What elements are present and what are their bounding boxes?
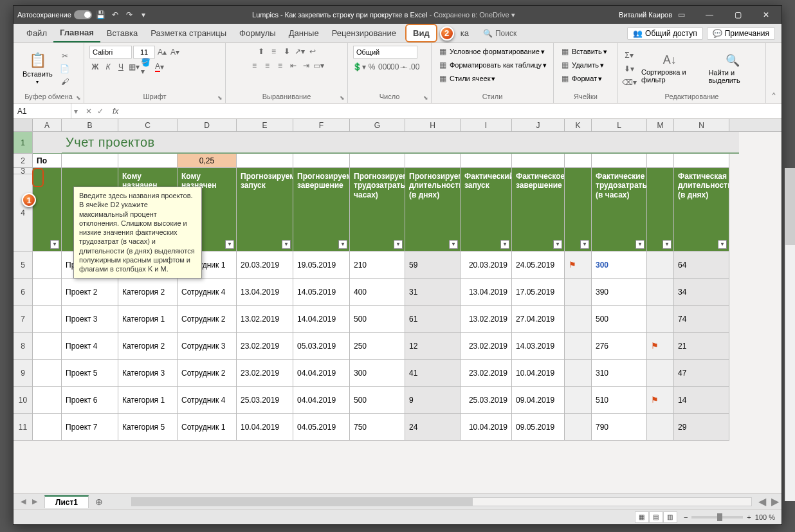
cell[interactable]: Проект 5 xyxy=(62,360,118,387)
row-header-7[interactable]: 7 xyxy=(14,306,33,333)
tab-view[interactable]: Вид xyxy=(405,24,437,42)
zoom-slider[interactable] xyxy=(691,516,743,518)
cell[interactable] xyxy=(647,279,674,306)
cell[interactable] xyxy=(33,360,62,387)
cell[interactable]: 23.02.2019 xyxy=(237,333,293,360)
cell[interactable] xyxy=(33,252,62,279)
cell[interactable] xyxy=(647,414,674,441)
cell[interactable]: 19.05.2019 xyxy=(293,252,350,279)
cell[interactable]: Проект 7 xyxy=(62,414,118,441)
cell[interactable] xyxy=(33,387,62,414)
cell[interactable]: 25.03.2019 xyxy=(461,387,512,414)
cell[interactable]: 500 xyxy=(350,306,405,333)
number-launcher-icon[interactable]: ⬊ xyxy=(423,95,428,101)
cell[interactable]: ▾ xyxy=(565,168,592,252)
font-size-select[interactable]: 11 xyxy=(133,46,155,59)
cell[interactable]: ⚑ xyxy=(565,252,592,279)
cell[interactable]: Фактическая длительность (в днях)▾ xyxy=(674,168,729,252)
cell[interactable] xyxy=(647,306,674,333)
cell[interactable]: 20.03.2019 xyxy=(461,252,512,279)
cell[interactable]: 05.03.2019 xyxy=(293,333,350,360)
col-A[interactable]: A xyxy=(33,119,62,131)
cell[interactable]: 300 xyxy=(592,252,647,279)
cell[interactable]: 10.04.2019 xyxy=(237,414,293,441)
cell[interactable]: 41 xyxy=(405,360,461,387)
cell[interactable]: 64 xyxy=(674,252,729,279)
hscroll-left-icon[interactable]: ◀ xyxy=(756,495,769,508)
align-right-icon[interactable]: ≡ xyxy=(275,60,286,71)
decrease-font-icon[interactable]: A▾ xyxy=(169,46,181,58)
decrease-indent-icon[interactable]: ⇤ xyxy=(288,60,299,71)
cell[interactable] xyxy=(565,306,592,333)
cell[interactable]: Категория 1 xyxy=(118,387,178,414)
cut-icon[interactable]: ✂ xyxy=(59,50,71,62)
select-all-corner[interactable] xyxy=(14,119,33,131)
col-G[interactable]: G xyxy=(350,119,405,131)
cell[interactable] xyxy=(33,306,62,333)
cell[interactable]: 24 xyxy=(405,414,461,441)
cell[interactable] xyxy=(33,414,62,441)
increase-font-icon[interactable]: A▴ xyxy=(156,46,168,58)
cell[interactable]: 59 xyxy=(405,252,461,279)
align-launcher-icon[interactable]: ⬊ xyxy=(340,95,345,101)
cell[interactable]: 750 xyxy=(350,414,405,441)
cell[interactable]: 31 xyxy=(405,279,461,306)
user-name[interactable]: Виталий Каиров xyxy=(619,11,672,19)
font-launcher-icon[interactable]: ⬊ xyxy=(217,95,223,101)
cell[interactable]: 14.05.2019 xyxy=(293,279,350,306)
delete-cells-button[interactable]: ▦Удалить ▾ xyxy=(559,59,604,71)
col-F[interactable]: F xyxy=(293,119,350,131)
cell[interactable]: 790 xyxy=(592,414,647,441)
cell[interactable]: Сотрудник 4 xyxy=(178,387,237,414)
tab-formulas[interactable]: Формулы xyxy=(233,24,282,42)
cell[interactable]: 23.02.2019 xyxy=(461,333,512,360)
row-header-9[interactable]: 9 xyxy=(14,360,33,387)
col-I[interactable]: I xyxy=(461,119,512,131)
percent-icon[interactable]: % xyxy=(366,61,378,73)
name-box[interactable]: A1 xyxy=(14,104,71,118)
cell[interactable]: Фактический запуск▾ xyxy=(461,168,512,252)
cell[interactable]: 29 xyxy=(674,414,729,441)
tab-nav-prev-icon[interactable]: ◀ xyxy=(17,497,29,506)
zoom-level[interactable]: 100 % xyxy=(755,513,775,521)
cell[interactable] xyxy=(237,154,293,168)
filter-dropdown-icon[interactable]: ▾ xyxy=(225,240,234,249)
fx-icon[interactable]: fx xyxy=(109,107,118,116)
wrap-text-icon[interactable]: ↩ xyxy=(307,46,318,57)
cell[interactable]: 13.04.2019 xyxy=(461,279,512,306)
decrease-decimal-icon[interactable]: ←.00 xyxy=(405,61,416,73)
filter-dropdown-icon[interactable]: ▾ xyxy=(282,240,291,249)
cell[interactable]: 34 xyxy=(674,279,729,306)
normal-view-icon[interactable]: ▦ xyxy=(635,511,649,523)
number-format-select[interactable]: Общий xyxy=(353,46,417,59)
col-B[interactable]: B xyxy=(62,119,118,131)
cell[interactable]: 390 xyxy=(592,279,647,306)
col-D[interactable]: D xyxy=(178,119,237,131)
cell[interactable]: 0,25 xyxy=(178,154,237,168)
row-header-1[interactable]: 1 xyxy=(14,132,33,154)
col-N[interactable]: N xyxy=(674,119,729,131)
cell[interactable] xyxy=(350,154,405,168)
filter-dropdown-icon[interactable]: ▾ xyxy=(449,240,458,249)
cell[interactable]: 04.04.2019 xyxy=(293,387,350,414)
cell[interactable] xyxy=(565,414,592,441)
align-left-icon[interactable]: ≡ xyxy=(249,60,260,71)
row-header-3[interactable]: 3 xyxy=(14,168,33,174)
cell[interactable]: 61 xyxy=(405,306,461,333)
filter-dropdown-icon[interactable]: ▾ xyxy=(662,240,672,249)
horizontal-scrollbar[interactable] xyxy=(131,497,752,506)
cell[interactable]: 23.02.2019 xyxy=(237,360,293,387)
cell[interactable] xyxy=(647,360,674,387)
clipboard-launcher-icon[interactable]: ⬊ xyxy=(76,95,81,101)
cell[interactable]: 276 xyxy=(592,333,647,360)
row-header-4[interactable]: 4 xyxy=(14,174,33,252)
cell[interactable] xyxy=(647,252,674,279)
align-center-icon[interactable]: ≡ xyxy=(262,60,273,71)
col-H[interactable]: H xyxy=(405,119,461,131)
cell[interactable]: 13.04.2019 xyxy=(237,279,293,306)
cell[interactable]: Прогнозируемый запуск▾ xyxy=(237,168,293,252)
conditional-format-button[interactable]: ▦Условное форматирование ▾ xyxy=(437,46,545,57)
cell[interactable]: 74 xyxy=(674,306,729,333)
format-painter-icon[interactable]: 🖌 xyxy=(59,76,71,87)
cell[interactable]: 300 xyxy=(350,360,405,387)
